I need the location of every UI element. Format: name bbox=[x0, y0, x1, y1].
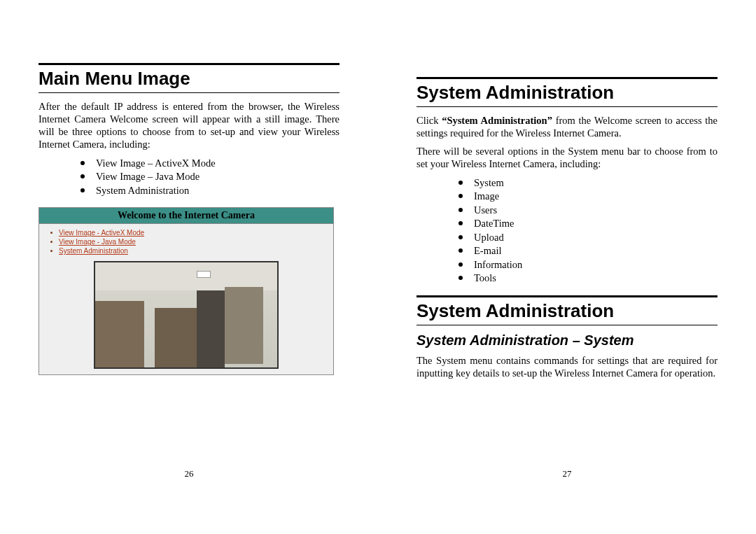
left-bullet-list: View Image – ActiveX Mode View Image – J… bbox=[38, 157, 340, 198]
list-item: System bbox=[458, 176, 718, 190]
rule-thin bbox=[38, 92, 340, 93]
list-item: System Administration bbox=[80, 184, 340, 198]
right-paragraph-3: The System menu contains commands for se… bbox=[416, 354, 718, 379]
list-item: Users bbox=[458, 204, 718, 218]
rule-thin bbox=[416, 106, 718, 107]
rule-thick bbox=[416, 295, 718, 297]
page-number-right: 27 bbox=[378, 468, 756, 479]
screenshot-link: View Image - ActiveX Mode bbox=[59, 228, 325, 237]
page-spread: Main Menu Image After the default IP add… bbox=[0, 0, 756, 534]
page-left: Main Menu Image After the default IP add… bbox=[0, 0, 378, 534]
list-item: Tools bbox=[458, 272, 718, 286]
list-item: DateTime bbox=[458, 217, 718, 231]
left-paragraph-1: After the default IP address is entered … bbox=[38, 100, 340, 151]
welcome-screenshot: Welcome to the Internet Camera View Imag… bbox=[38, 207, 334, 375]
screenshot-link: View Image - Java Mode bbox=[59, 237, 325, 246]
list-item: Image bbox=[458, 190, 718, 204]
heading-main-menu-image: Main Menu Image bbox=[38, 66, 340, 91]
rule-thick bbox=[38, 63, 340, 65]
page-right: System Administration Click “System Admi… bbox=[378, 0, 756, 534]
list-item: View Image – ActiveX Mode bbox=[80, 157, 340, 171]
rule-thin bbox=[416, 325, 718, 325]
right-paragraph-1: Click “System Administration” from the W… bbox=[416, 114, 718, 139]
list-item: E-mail bbox=[458, 244, 718, 258]
screenshot-title: Welcome to the Internet Camera bbox=[39, 208, 333, 224]
screenshot-link: System Administration bbox=[59, 246, 325, 255]
screenshot-links: View Image - ActiveX Mode View Image - J… bbox=[39, 224, 333, 258]
list-item: View Image – Java Mode bbox=[80, 170, 340, 184]
rule-thick bbox=[416, 77, 718, 79]
right-paragraph-2: There will be several options in the Sys… bbox=[416, 145, 718, 170]
heading-system-administration-1: System Administration bbox=[416, 80, 718, 105]
list-item: Information bbox=[458, 258, 718, 272]
list-item: Upload bbox=[458, 231, 718, 245]
page-number-left: 26 bbox=[0, 468, 378, 479]
camera-still-image bbox=[94, 261, 279, 369]
heading-system-administration-2: System Administration bbox=[416, 299, 718, 323]
right-bullet-list: System Image Users DateTime Upload E-mai… bbox=[416, 176, 718, 286]
subheading-system: System Administration – System bbox=[416, 332, 718, 349]
